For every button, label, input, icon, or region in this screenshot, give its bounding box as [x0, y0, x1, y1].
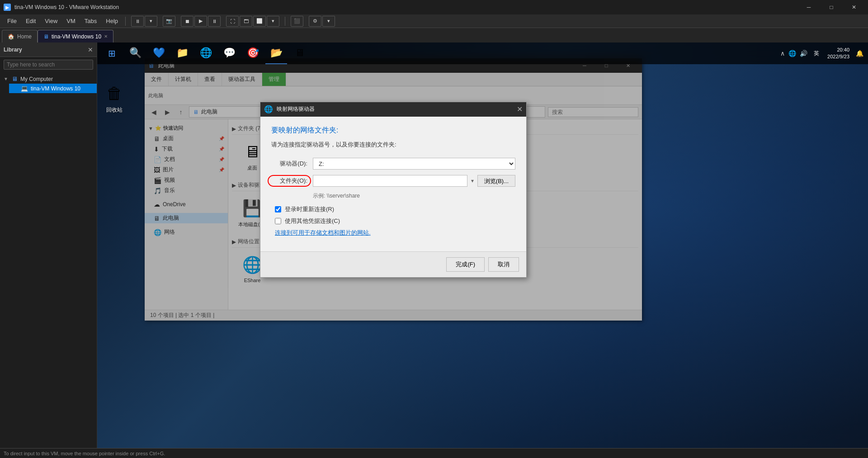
dialog-title-left: 🌐 映射网络驱动器 — [264, 105, 315, 113]
dialog-finish-button[interactable]: 完成(F) — [446, 257, 485, 272]
win10-desktop: 🗑 回收站 🖥 此电脑 ─ □ ✕ — [97, 42, 868, 448]
toolbar-group-4: ⛶ 🗔 ⬜ ▾ — [226, 16, 279, 27]
map-network-drive-dialog: 🌐 映射网络驱动器 ✕ 要映射的网络文件夹: 请为连接指定驱动器号，以及你要连接… — [260, 102, 527, 278]
system-clock[interactable]: 20:40 2022/9/23 — [825, 47, 852, 61]
clock-time: 20:40 — [827, 47, 849, 53]
notification-icon[interactable]: 🔔 — [855, 49, 864, 58]
menu-edit[interactable]: Edit — [22, 16, 39, 26]
folder-label-text: 文件夹(O): — [280, 177, 307, 184]
suspend-btn[interactable]: ⏸ — [208, 16, 221, 27]
dialog-body: 要映射的网络文件夹: 请为连接指定驱动器号，以及你要连接的文件夹: 驱动器(D)… — [260, 117, 526, 251]
sidebar-close-button[interactable]: ✕ — [88, 46, 93, 53]
close-button[interactable]: ✕ — [844, 0, 864, 14]
vm-icon: 💻 — [21, 85, 28, 92]
minimize-button[interactable]: ─ — [798, 0, 819, 14]
menu-file[interactable]: File — [4, 16, 20, 26]
recycle-bin-image: 🗑 — [104, 83, 125, 104]
dialog-cancel-button[interactable]: 取消 — [488, 257, 519, 272]
dialog-folder-field: 文件夹(O): ▾ 浏览(B)... — [271, 175, 515, 187]
power-btn[interactable]: ⏹ — [181, 16, 193, 27]
dialog-drive-field: 驱动器(D): Z: — [271, 158, 515, 170]
menu-sep1 — [125, 17, 126, 26]
menu-view[interactable]: View — [41, 16, 61, 26]
fullscreen-btn[interactable]: ⛶ — [226, 16, 239, 27]
tab-bar: 🏠 Home 🖥 tina-VM Windows 10 ✕ — [0, 28, 868, 42]
search-input[interactable] — [4, 60, 93, 70]
snapshot-button[interactable]: 📷 — [163, 16, 175, 27]
credentials-checkbox[interactable] — [275, 218, 281, 224]
taskbar-search[interactable]: 🔍 — [124, 42, 146, 64]
vmware-title: tina-VM Windows 10 - VMware Workstation — [14, 4, 119, 10]
folder-dropdown-arrow[interactable]: ▾ — [471, 178, 474, 184]
dialog-checkbox-credentials: 使用其他凭据连接(C) — [271, 217, 515, 225]
start-button[interactable]: ⊞ — [101, 42, 123, 64]
toolbar-arrow3[interactable]: ▾ — [322, 16, 335, 27]
toolbar-group-1: ⏸ ▾ — [131, 16, 157, 27]
vscode-icon: 💙 — [153, 47, 165, 59]
dialog-example-text: 示例: \\server\share — [313, 192, 515, 200]
pause-button[interactable]: ⏸ — [131, 16, 144, 27]
dialog-link[interactable]: 连接到可用于存储文档和图片的网站. — [271, 229, 515, 237]
tree-item-vm[interactable]: 💻 tina-VM Windows 10 — [9, 84, 97, 93]
vm-tab-close[interactable]: ✕ — [104, 34, 108, 39]
vmware-bottom-bar: To direct input to this VM, move the mou… — [0, 448, 868, 458]
dialog-folder-label: 文件夹(O): — [271, 177, 307, 185]
titlebar-controls: ─ □ ✕ — [798, 0, 864, 14]
vm-tab-label: tina-VM Windows 10 — [52, 33, 101, 40]
toolbar-group-3: ⏹ ▶ ⏸ — [181, 16, 221, 27]
reconnect-checkbox[interactable] — [275, 206, 281, 212]
toolbar-arrow[interactable]: ▾ — [145, 16, 157, 27]
files-icon: 📁 — [176, 47, 189, 59]
network-tray-icon[interactable]: 🌐 — [788, 49, 797, 58]
dialog-folder-input[interactable] — [313, 175, 467, 187]
sidebar-title: Library — [4, 47, 22, 53]
dialog-browse-button[interactable]: 浏览(B)... — [477, 175, 515, 187]
dialog-drive-label: 驱动器(D): — [271, 160, 307, 168]
vmware-titlebar: ▶ tina-VM Windows 10 - VMware Workstatio… — [0, 0, 868, 14]
unity-btn[interactable]: ⬜ — [253, 16, 266, 27]
vm-label: tina-VM Windows 10 — [31, 85, 80, 92]
toolbar-group-6: ⚙ ▾ — [309, 16, 335, 27]
wechat-icon: 💬 — [223, 47, 236, 59]
sidebar-tree: ▼ 🖥 My Computer 💻 tina-VM Windows 10 — [0, 72, 97, 448]
dialog-drive-select[interactable]: Z: — [313, 158, 515, 170]
sidebar: Library ✕ ▼ 🖥 My Computer 💻 tina-VM Wind… — [0, 42, 97, 448]
dialog-footer: 完成(F) 取消 — [260, 251, 526, 277]
explorer-window: 🖥 此电脑 ─ □ ✕ 文件 计算机 — [145, 58, 642, 321]
toolbar-arrow2[interactable]: ▾ — [267, 16, 279, 27]
resume-btn[interactable]: ▶ — [194, 16, 207, 27]
menu-vm[interactable]: VM — [63, 16, 79, 26]
windowed-btn[interactable]: 🗔 — [240, 16, 252, 27]
maximize-button[interactable]: □ — [821, 0, 842, 14]
dialog-main-title: 要映射的网络文件夹: — [271, 126, 515, 135]
tree-item-my-computer[interactable]: ▼ 🖥 My Computer — [0, 74, 97, 84]
tab-home[interactable]: 🏠 Home — [2, 30, 38, 42]
dialog-overlay: 🌐 映射网络驱动器 ✕ 要映射的网络文件夹: 请为连接指定驱动器号，以及你要连接… — [145, 58, 642, 321]
home-icon: 🏠 — [8, 33, 14, 40]
tray-chevron[interactable]: ∧ — [779, 49, 786, 58]
dialog-titlebar: 🌐 映射网络驱动器 ✕ — [260, 102, 526, 117]
dialog-description: 请为连接指定驱动器号，以及你要连接的文件夹: — [271, 141, 515, 149]
recycle-bin-icon[interactable]: 🗑 回收站 — [102, 81, 127, 116]
language-indicator[interactable]: 英 — [811, 49, 822, 58]
vm-tab-icon: 🖥 — [43, 33, 49, 40]
windows-logo-icon: ⊞ — [108, 48, 116, 59]
app7-icon: 🖥 — [295, 47, 305, 59]
terminal-btn[interactable]: ⬛ — [291, 16, 303, 27]
menu-help[interactable]: Help — [102, 16, 122, 26]
toolbar-group-5: ⬛ — [291, 16, 303, 27]
titlebar-left: ▶ tina-VM Windows 10 - VMware Workstatio… — [4, 4, 119, 11]
dialog-network-icon: 🌐 — [264, 105, 273, 113]
settings-btn[interactable]: ⚙ — [309, 16, 321, 27]
vmware-bottom-text: To direct input to this VM, move the mou… — [4, 451, 165, 456]
explorer-icon: 📂 — [270, 47, 283, 59]
menu-tabs[interactable]: Tabs — [81, 16, 100, 26]
vmware-icon: ▶ — [4, 4, 11, 11]
dialog-folder-input-row: ▾ 浏览(B)... — [313, 175, 515, 187]
tab-vm[interactable]: 🖥 tina-VM Windows 10 ✕ — [38, 30, 113, 42]
system-tray: ∧ 🌐 🔊 — [779, 49, 808, 58]
volume-tray-icon[interactable]: 🔊 — [799, 49, 808, 58]
dialog-close-button[interactable]: ✕ — [517, 105, 523, 113]
computer-icon: 🖥 — [12, 76, 18, 82]
chrome-icon: 🌐 — [200, 47, 212, 59]
